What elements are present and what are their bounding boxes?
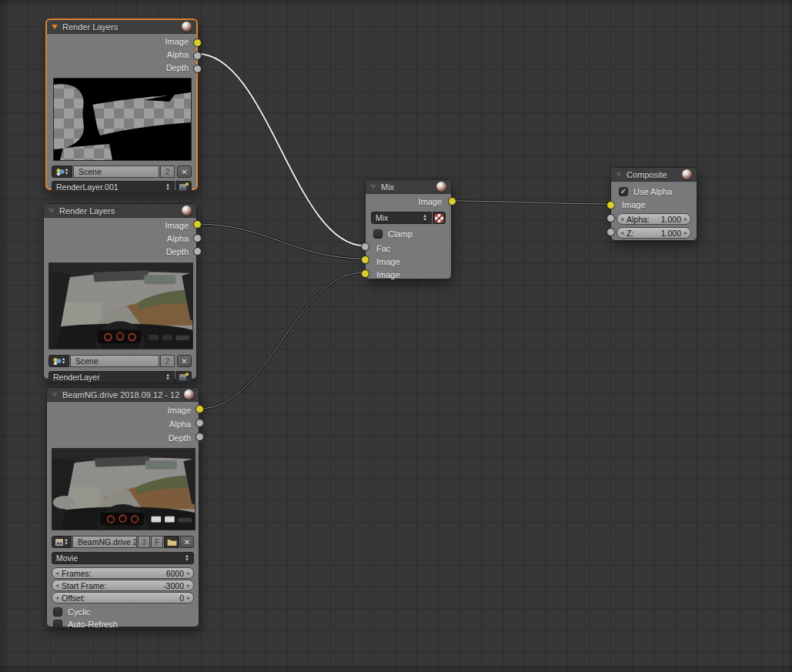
arrow-right-icon[interactable]: ▸: [187, 583, 190, 589]
socket-alpha-output[interactable]: [195, 419, 204, 427]
render-preview-scene: [48, 262, 193, 349]
preview-sphere-icon: [682, 169, 692, 179]
collapse-icon[interactable]: [52, 25, 58, 29]
node-mix[interactable]: Mix Image Mix ▲▼: [365, 179, 452, 279]
output-label-alpha: Alpha: [169, 420, 191, 429]
socket-alpha-output[interactable]: [193, 52, 202, 60]
node-header[interactable]: Mix: [366, 180, 451, 194]
preview-sphere-icon: [182, 22, 192, 32]
input-label-image2: Image: [376, 270, 400, 279]
region-edge-top: [0, 0, 792, 4]
socket-image-output[interactable]: [193, 220, 202, 229]
image-browse-button[interactable]: ▲▼: [52, 536, 72, 548]
node-movie-image[interactable]: BeamNG.drive 2018.09.12 - 12.18.14.0... …: [46, 387, 199, 627]
socket-z-input[interactable]: [607, 228, 615, 236]
socket-image2-input[interactable]: [361, 269, 369, 278]
scene-icon: [52, 357, 62, 366]
output-label-image: Image: [418, 197, 442, 206]
link-mix-to-composite: [452, 201, 610, 204]
preview-sphere-icon: [184, 389, 194, 400]
socket-alpha-input[interactable]: [607, 214, 615, 222]
node-render-layers-1[interactable]: Render Layers Image Alpha Depth: [45, 18, 198, 190]
arrow-right-icon[interactable]: ▸: [187, 570, 190, 577]
link-image-to-image1: [197, 224, 364, 259]
node-composite[interactable]: Composite ✓ Use Alpha Image ◂ Alpha: 1.0…: [610, 167, 697, 241]
cyclic-label: Cyclic: [68, 607, 90, 617]
offset-slider[interactable]: ◂ Offset: 0 ▸: [52, 592, 194, 603]
scene-name-field[interactable]: Scene: [70, 355, 159, 367]
alpha-checker-icon: [435, 214, 443, 222]
output-label-depth: Depth: [169, 433, 191, 443]
collapse-icon[interactable]: [52, 393, 58, 397]
updown-arrows-icon: ▲▼: [64, 538, 69, 546]
link-movie-to-image2: [199, 272, 364, 409]
updown-arrows-icon: ▲▼: [65, 168, 69, 176]
open-image-button[interactable]: [164, 536, 179, 548]
use-alpha-toggle-button[interactable]: [433, 212, 446, 224]
auto-refresh-label: Auto-Refresh: [68, 620, 118, 629]
updown-arrows-icon: ▲▼: [165, 183, 170, 191]
updown-arrows-icon: ▲▼: [62, 357, 66, 365]
source-select[interactable]: Movie ▲▼: [52, 552, 194, 564]
use-alpha-checkbox[interactable]: ✓: [619, 187, 628, 196]
movie-preview: [52, 448, 195, 530]
node-render-layers-2[interactable]: Render Layers Image Alpha Depth: [43, 203, 197, 379]
scene-unlink-button[interactable]: ✕: [177, 165, 192, 178]
new-render-layer-button[interactable]: [175, 371, 192, 383]
blend-mode-select[interactable]: Mix ▲▼: [371, 212, 432, 224]
alpha-slider[interactable]: ◂ Alpha: 1.000 ▸: [617, 213, 691, 225]
scene-browse-button[interactable]: ▲▼: [48, 355, 69, 367]
collapse-icon[interactable]: [370, 185, 376, 189]
scene-users-count[interactable]: 2: [160, 165, 175, 178]
node-title: Composite: [627, 170, 677, 179]
z-slider[interactable]: ◂ Z: 1.000 ▸: [617, 227, 691, 239]
close-icon: ✕: [184, 538, 190, 547]
socket-image-output[interactable]: [448, 197, 456, 206]
preview-sphere-icon: [436, 182, 446, 192]
collapse-icon[interactable]: [48, 209, 55, 213]
new-render-layer-button[interactable]: [175, 181, 192, 193]
socket-image-output[interactable]: [195, 405, 204, 413]
input-label-fac: Fac: [376, 244, 390, 253]
socket-image1-input[interactable]: [361, 256, 369, 264]
fake-user-button[interactable]: F: [151, 536, 163, 548]
arrow-right-icon[interactable]: ▸: [684, 230, 687, 236]
socket-image-output[interactable]: [193, 38, 202, 47]
socket-alpha-output[interactable]: [193, 234, 202, 242]
socket-image-input[interactable]: [607, 201, 615, 209]
node-header[interactable]: Composite: [611, 168, 697, 182]
collapse-icon[interactable]: [616, 172, 622, 177]
region-edge-bottom: [0, 665, 792, 672]
socket-depth-output[interactable]: [195, 433, 204, 441]
arrow-right-icon[interactable]: ▸: [187, 595, 190, 601]
auto-refresh-checkbox[interactable]: [53, 620, 62, 629]
use-alpha-label: Use Alpha: [633, 187, 672, 196]
clamp-checkbox[interactable]: [373, 229, 383, 239]
scene-name-field[interactable]: Scene: [73, 165, 159, 178]
image-name-field[interactable]: BeamNG.drive 201...: [72, 536, 137, 548]
close-icon: ✕: [181, 357, 187, 366]
render-layer-select[interactable]: RenderLayer.001 ▲▼: [52, 181, 175, 193]
socket-depth-output[interactable]: [193, 247, 202, 256]
scene-users-count[interactable]: 2: [160, 355, 175, 367]
image-unlink-button[interactable]: ✕: [180, 536, 194, 548]
scene-browse-button[interactable]: ▲▼: [52, 165, 72, 178]
cyclic-checkbox[interactable]: [53, 607, 62, 617]
updown-arrows-icon: ▲▼: [185, 554, 189, 562]
output-label-image: Image: [165, 221, 189, 230]
render-preview-alpha: [53, 78, 192, 161]
node-title: Render Layers: [59, 206, 177, 216]
socket-fac-input[interactable]: [361, 242, 369, 251]
node-header[interactable]: Render Layers: [47, 20, 196, 34]
render-layer-new-icon: [179, 373, 189, 382]
image-users-count[interactable]: 3: [138, 536, 150, 548]
start-frame-slider[interactable]: ◂ Start Frame: -3000 ▸: [52, 580, 194, 591]
render-layer-select[interactable]: RenderLayer ▲▼: [48, 371, 175, 383]
scene-unlink-button[interactable]: ✕: [177, 355, 192, 367]
socket-depth-output[interactable]: [193, 65, 202, 73]
arrow-right-icon[interactable]: ▸: [684, 216, 687, 222]
node-header[interactable]: BeamNG.drive 2018.09.12 - 12.18.14.0...: [47, 388, 199, 402]
node-editor-canvas[interactable]: Render Layers Image Alpha Depth: [0, 0, 792, 672]
frames-slider[interactable]: ◂ Frames: 6000 ▸: [52, 567, 194, 579]
node-header[interactable]: Render Layers: [44, 204, 196, 218]
